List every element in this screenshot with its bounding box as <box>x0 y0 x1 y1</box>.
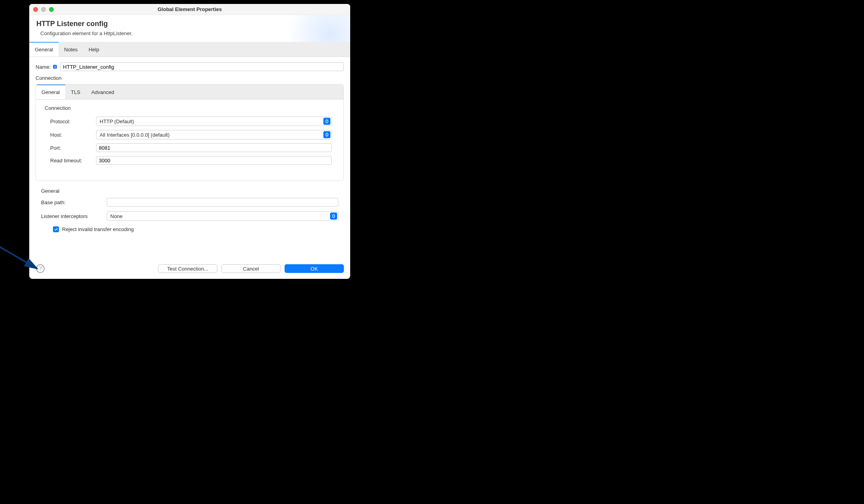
listener-interceptors-label: Listener interceptors <box>41 213 104 219</box>
port-input[interactable] <box>96 143 332 152</box>
connection-form: Protocol: HTTP (Default) Host: All Inter… <box>45 117 335 165</box>
host-label: Host: <box>50 132 94 138</box>
general-form: Base path: Listener interceptors None <box>41 198 338 221</box>
test-connection-button[interactable]: Test Connection... <box>158 264 217 273</box>
tab-help[interactable]: Help <box>83 42 105 56</box>
window-minimize-button[interactable] <box>41 7 46 12</box>
reject-invalid-row: Reject invalid transfer encoding <box>41 226 338 232</box>
header-decoration <box>287 15 350 42</box>
cancel-button[interactable]: Cancel <box>221 264 281 273</box>
host-value: All Interfaces [0.0.0.0] (default) <box>96 130 332 139</box>
port-label: Port: <box>50 145 94 151</box>
tab-general[interactable]: General <box>29 42 58 56</box>
read-timeout-label: Read timeout: <box>50 158 94 164</box>
dialog-footer: ? Test Connection... Cancel OK <box>29 259 350 279</box>
protocol-select[interactable]: HTTP (Default) <box>96 117 332 126</box>
reject-invalid-label: Reject invalid transfer encoding <box>62 226 134 232</box>
connection-panel: General TLS Advanced Connection Protocol… <box>36 84 344 181</box>
tab-content-general: Name: i Connection General TLS Advanced … <box>29 57 350 239</box>
config-title: HTTP Listener config <box>36 20 343 28</box>
window-maximize-button[interactable] <box>49 7 54 12</box>
global-element-properties-dialog: Global Element Properties HTTP Listener … <box>29 4 350 279</box>
select-arrows-icon <box>323 131 330 138</box>
protocol-label: Protocol: <box>50 118 94 124</box>
select-arrows-icon <box>330 213 337 220</box>
base-path-label: Base path: <box>41 199 104 205</box>
listener-interceptors-select[interactable]: None <box>107 211 338 221</box>
connection-inner-label: Connection <box>45 105 335 111</box>
titlebar: Global Element Properties <box>29 4 350 15</box>
name-label: Name: <box>36 64 51 70</box>
ok-button[interactable]: OK <box>285 264 344 273</box>
connection-section-label: Connection <box>36 75 344 81</box>
select-arrows-icon <box>323 118 330 125</box>
dialog-title: Global Element Properties <box>33 6 346 12</box>
info-icon: i <box>53 65 57 69</box>
svg-text:?: ? <box>39 266 42 272</box>
host-select[interactable]: All Interfaces [0.0.0.0] (default) <box>96 130 332 139</box>
window-controls <box>33 7 54 12</box>
general-section-label: General <box>41 188 338 194</box>
main-tab-bar: General Notes Help <box>29 42 350 57</box>
connection-tab-general[interactable]: General <box>36 85 65 99</box>
connection-tab-tls[interactable]: TLS <box>65 85 86 99</box>
connection-tab-advanced[interactable]: Advanced <box>86 85 120 99</box>
window-close-button[interactable] <box>33 7 38 12</box>
general-section: General Base path: Listener interceptors… <box>36 188 344 232</box>
config-description: Configuration element for a HttpListener… <box>36 30 343 36</box>
connection-tab-bar: General TLS Advanced <box>36 85 343 100</box>
help-icon[interactable]: ? <box>36 264 45 273</box>
read-timeout-input[interactable] <box>96 156 332 165</box>
dialog-header: HTTP Listener config Configuration eleme… <box>29 15 350 42</box>
tab-notes[interactable]: Notes <box>58 42 83 56</box>
base-path-input[interactable] <box>107 198 338 207</box>
name-input[interactable] <box>60 62 344 71</box>
listener-interceptors-value: None <box>107 211 338 221</box>
connection-tab-content: Connection Protocol: HTTP (Default) Host… <box>36 100 343 181</box>
reject-invalid-checkbox[interactable] <box>53 226 59 232</box>
name-row: Name: i <box>36 62 344 71</box>
protocol-value: HTTP (Default) <box>96 117 332 126</box>
